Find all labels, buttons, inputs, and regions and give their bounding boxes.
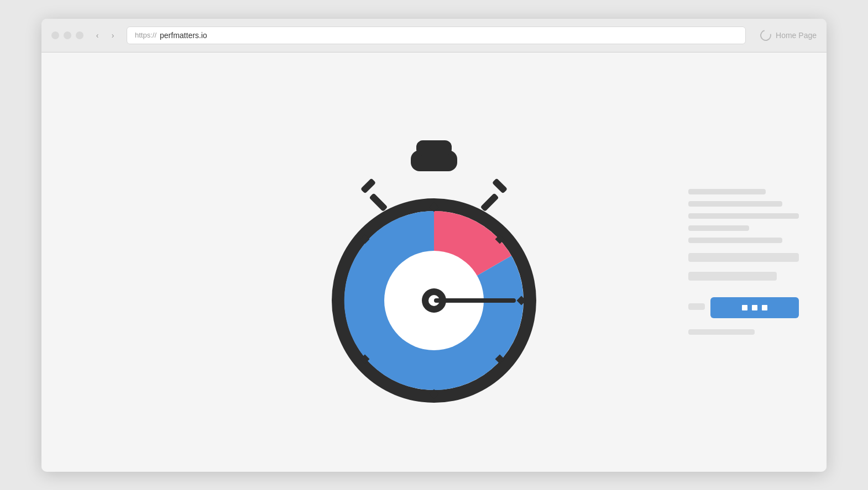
placeholder-line-4 [688, 225, 749, 231]
browser-window: ‹ › https:// perfmatters.io Home Page [41, 19, 827, 472]
traffic-lights [51, 31, 83, 39]
url-domain: perfmatters.io [160, 31, 207, 40]
right-panel [688, 189, 799, 335]
placeholder-block-2 [688, 272, 777, 281]
svg-rect-2 [360, 178, 376, 193]
cta-dot-3 [762, 305, 767, 310]
home-page-label: Home Page [776, 31, 817, 40]
placeholder-line-5 [688, 238, 782, 243]
minimize-button[interactable] [64, 31, 71, 39]
placeholder-line-1 [688, 189, 766, 194]
placeholder-line-3 [688, 213, 799, 219]
stopwatch-illustration [318, 118, 550, 405]
cta-dot-1 [742, 305, 747, 310]
placeholder-block-3 [688, 303, 705, 310]
browser-content [41, 52, 827, 472]
cta-dot-2 [752, 305, 757, 310]
placeholder-block-1 [688, 253, 799, 262]
url-protocol: https:// [135, 31, 156, 39]
forward-button[interactable]: › [107, 29, 119, 41]
svg-rect-4 [492, 178, 508, 193]
reload-icon [758, 28, 773, 43]
svg-rect-3 [369, 193, 388, 212]
svg-rect-1 [416, 140, 452, 156]
cta-button[interactable] [710, 297, 799, 318]
placeholder-block-4 [688, 329, 755, 335]
reload-button[interactable]: Home Page [760, 30, 817, 41]
svg-rect-5 [480, 193, 499, 212]
maximize-button[interactable] [76, 31, 83, 39]
svg-rect-19 [434, 298, 516, 303]
back-button[interactable]: ‹ [91, 29, 103, 41]
placeholder-line-2 [688, 201, 782, 207]
address-bar[interactable]: https:// perfmatters.io [127, 27, 746, 44]
close-button[interactable] [51, 31, 59, 39]
browser-toolbar: ‹ › https:// perfmatters.io Home Page [41, 19, 827, 52]
nav-buttons: ‹ › [91, 29, 119, 41]
